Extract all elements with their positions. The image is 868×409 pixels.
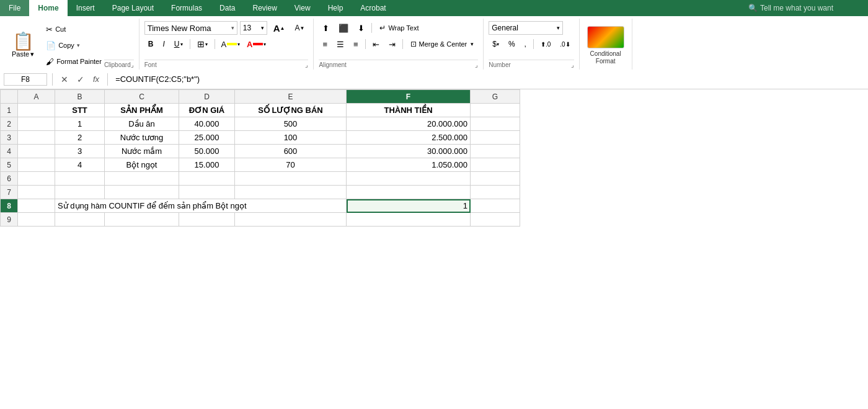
tell-me-bar[interactable]: 🔍 (740, 1, 868, 15)
cell-F8[interactable]: 1 (347, 199, 471, 213)
cell-D5[interactable]: 15.000 (179, 158, 235, 172)
cell-G6[interactable] (471, 172, 520, 186)
left-align-button[interactable]: ≡ (319, 37, 331, 51)
cell-D2[interactable]: 40.000 (179, 117, 235, 131)
row-num-1[interactable]: 1 (1, 104, 18, 117)
italic-button[interactable]: I (159, 37, 168, 51)
tab-data[interactable]: Data (211, 0, 244, 16)
cell-G7[interactable] (471, 186, 520, 199)
cell-A1[interactable] (18, 104, 55, 117)
percent-button[interactable]: % (505, 37, 519, 51)
wrap-text-button[interactable]: ↵ Wrap Text (375, 21, 423, 35)
tab-formulas[interactable]: Formulas (162, 0, 211, 16)
cell-B8-merged[interactable]: Sử dụng hàm COUNTIF để đếm sản phẩm Bột … (55, 199, 347, 213)
comma-button[interactable]: , (521, 37, 530, 51)
cell-A8[interactable] (18, 199, 55, 213)
cell-F2[interactable]: 20.000.000 (347, 117, 471, 131)
cell-B6[interactable] (55, 172, 105, 186)
cell-E2[interactable]: 500 (235, 117, 347, 131)
decimal-decrease-button[interactable]: .0⬇ (556, 37, 574, 51)
cell-E3[interactable]: 100 (235, 131, 347, 145)
row-num-3[interactable]: 3 (1, 131, 18, 145)
paste-button[interactable]: 📋 Paste ▾ (6, 21, 40, 70)
formula-input[interactable] (113, 74, 864, 84)
cell-D1[interactable]: ĐƠN GIÁ (179, 104, 235, 117)
conditional-formatting-preview[interactable] (587, 26, 624, 48)
underline-button[interactable]: U ▾ (170, 37, 187, 51)
row-num-4[interactable]: 4 (1, 145, 18, 158)
row-num-2[interactable]: 2 (1, 117, 18, 131)
cell-A3[interactable] (18, 131, 55, 145)
cell-D7[interactable] (179, 186, 235, 199)
cell-B7[interactable] (55, 186, 105, 199)
cell-B4[interactable]: 3 (55, 145, 105, 158)
number-expander[interactable]: ⌟ (571, 61, 574, 68)
cell-D3[interactable]: 25.000 (179, 131, 235, 145)
cell-B2[interactable]: 1 (55, 117, 105, 131)
formula-confirm-button[interactable]: ✓ (74, 73, 87, 86)
corner-header[interactable] (1, 90, 18, 104)
right-align-button[interactable]: ≡ (350, 37, 362, 51)
cell-G2[interactable] (471, 117, 520, 131)
cell-F7[interactable] (347, 186, 471, 199)
cell-B3[interactable]: 2 (55, 131, 105, 145)
tab-page-layout[interactable]: Page Layout (104, 0, 162, 16)
cell-E9[interactable] (235, 213, 347, 227)
bottom-align-button[interactable]: ⬇ (354, 21, 368, 35)
indent-increase-button[interactable]: ⇥ (385, 37, 399, 51)
font-size-select[interactable]: 13 ▾ (240, 21, 267, 35)
tab-review[interactable]: Review (244, 0, 285, 16)
cell-A2[interactable] (18, 117, 55, 131)
font-color-button[interactable]: A ▾ (244, 37, 268, 51)
cut-button[interactable]: ✂ Cut (43, 24, 104, 35)
cell-A5[interactable] (18, 158, 55, 172)
cell-A9[interactable] (18, 213, 55, 227)
cell-C9[interactable] (105, 213, 179, 227)
cell-B5[interactable]: 4 (55, 158, 105, 172)
cell-G1[interactable] (471, 104, 520, 117)
tell-me-input[interactable] (760, 4, 859, 12)
tab-file[interactable]: File (0, 0, 29, 16)
alignment-expander[interactable]: ⌟ (475, 61, 478, 68)
tab-acrobat[interactable]: Acrobat (352, 0, 394, 16)
cell-F5[interactable]: 1.050.000 (347, 158, 471, 172)
cell-G5[interactable] (471, 158, 520, 172)
merge-center-button[interactable]: ⊡ Merge & Center ▾ (406, 37, 479, 51)
row-num-9[interactable]: 9 (1, 213, 18, 227)
col-header-C[interactable]: C (105, 90, 179, 104)
cell-E1[interactable]: SỐ LƯỢNG BÁN (235, 104, 347, 117)
formula-cancel-button[interactable]: ✕ (58, 73, 71, 86)
clipboard-expander[interactable]: ⌟ (131, 61, 134, 68)
decimal-increase-button[interactable]: ⬆.0 (537, 37, 554, 51)
cell-C3[interactable]: Nước tương (105, 131, 179, 145)
cell-C7[interactable] (105, 186, 179, 199)
fx-button[interactable]: fx (90, 74, 102, 84)
cell-D9[interactable] (179, 213, 235, 227)
cell-C4[interactable]: Nước mắm (105, 145, 179, 158)
number-format-select[interactable]: General ▾ (489, 21, 563, 35)
border-button[interactable]: ⊞ ▾ (193, 37, 211, 51)
cell-C2[interactable]: Dầu ăn (105, 117, 179, 131)
row-num-5[interactable]: 5 (1, 158, 18, 172)
font-name-select[interactable]: Times New Roma ▾ (144, 21, 237, 35)
cell-C5[interactable]: Bột ngọt (105, 158, 179, 172)
cell-A7[interactable] (18, 186, 55, 199)
cell-F3[interactable]: 2.500.000 (347, 131, 471, 145)
cell-E4[interactable]: 600 (235, 145, 347, 158)
cell-B1[interactable]: STT (55, 104, 105, 117)
cell-G8[interactable] (471, 199, 520, 213)
tab-insert[interactable]: Insert (68, 0, 104, 16)
cell-A6[interactable] (18, 172, 55, 186)
highlight-color-button[interactable]: A ▾ (218, 37, 242, 51)
font-expander[interactable]: ⌟ (305, 61, 308, 68)
tab-home[interactable]: Home (29, 0, 67, 16)
copy-button[interactable]: 📄 Copy ▾ (43, 40, 104, 52)
cell-G4[interactable] (471, 145, 520, 158)
col-header-F[interactable]: F (347, 90, 471, 104)
top-align-button[interactable]: ⬆ (319, 21, 333, 35)
middle-align-button[interactable]: ⬛ (335, 21, 352, 35)
indent-decrease-button[interactable]: ⇤ (369, 37, 383, 51)
format-painter-button[interactable]: 🖌 Format Painter (43, 56, 104, 68)
font-grow-button[interactable]: A ▲ (270, 21, 289, 35)
tab-help[interactable]: Help (319, 0, 352, 16)
